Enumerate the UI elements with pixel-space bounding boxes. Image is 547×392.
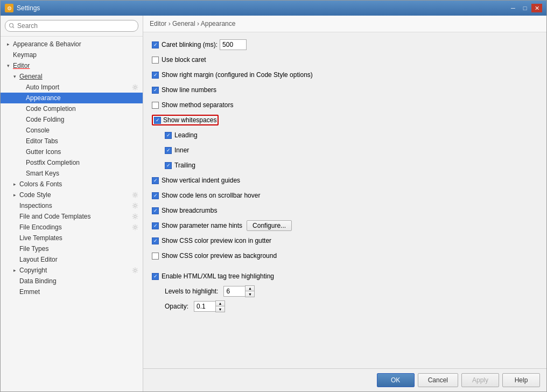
sidebar-item-general[interactable]: General — [1, 71, 143, 82]
sidebar-item-file-code-templates[interactable]: File and Code Templates — [1, 211, 143, 222]
svg-point-4 — [134, 226, 136, 228]
sidebar-item-colors-fonts[interactable]: Colors & Fonts — [1, 179, 143, 190]
sidebar-item-code-style[interactable]: Code Style — [1, 190, 143, 200]
spacer — [152, 265, 538, 270]
search-box — [1, 16, 143, 37]
show-line-numbers-checkbox[interactable] — [152, 87, 159, 94]
gear-icon — [132, 213, 138, 220]
show-line-numbers-label[interactable]: Show line numbers — [152, 86, 216, 94]
search-input[interactable] — [5, 20, 138, 32]
caret-blinking-checkbox[interactable] — [152, 41, 159, 48]
settings-icon: ⚙ — [5, 4, 13, 12]
sidebar-item-copyright[interactable]: Copyright — [1, 265, 143, 276]
enable-html-xml-row: Enable HTML/XML tag tree highlighting — [152, 270, 538, 282]
trailing-label[interactable]: Trailing — [165, 162, 195, 169]
show-css-background-text: Show CSS color preview as background — [162, 252, 277, 260]
enable-html-xml-checkbox[interactable] — [152, 273, 159, 280]
show-css-background-checkbox[interactable] — [152, 253, 159, 260]
use-block-caret-label[interactable]: Use block caret — [152, 56, 206, 64]
inner-checkbox[interactable] — [165, 147, 172, 154]
expander-icon — [11, 267, 18, 274]
sidebar-item-appearance[interactable]: Appearance — [1, 93, 143, 103]
cancel-button[interactable]: Cancel — [418, 373, 458, 387]
sidebar-item-appearance-behavior[interactable]: Appearance & Behavior — [1, 39, 143, 50]
show-line-numbers-row: Show line numbers — [152, 84, 538, 96]
sidebar-item-file-types[interactable]: File Types — [1, 243, 143, 254]
levels-row: Levels to highlight: ▲ ▼ — [152, 285, 538, 297]
help-button[interactable]: Help — [502, 373, 540, 387]
show-parameter-hints-label[interactable]: Show parameter name hints — [152, 222, 242, 229]
breadcrumb: Editor › General › Appearance — [143, 16, 546, 32]
show-code-lens-label[interactable]: Show code lens on scrollbar hover — [152, 192, 260, 199]
leading-checkbox[interactable] — [165, 132, 172, 139]
caret-blinking-label[interactable]: Caret blinking (ms): — [152, 41, 218, 48]
gear-icon — [132, 267, 138, 274]
levels-decrement-button[interactable]: ▼ — [246, 291, 254, 297]
gear-icon — [132, 202, 138, 209]
minimize-button[interactable]: ─ — [508, 4, 518, 12]
show-vertical-indent-label[interactable]: Show vertical indent guides — [152, 177, 240, 184]
sidebar-item-postfix-completion[interactable]: Postfix Completion — [1, 157, 143, 168]
apply-button[interactable]: Apply — [461, 373, 499, 387]
sidebar-item-auto-import[interactable]: Auto Import — [1, 82, 143, 93]
show-method-separators-row: Show method separators — [152, 99, 538, 111]
sidebar-item-emmet[interactable]: Emmet — [1, 286, 143, 297]
show-parameter-hints-checkbox[interactable] — [152, 222, 159, 229]
sidebar-label: Auto Import — [26, 83, 132, 91]
show-css-preview-label[interactable]: Show CSS color preview icon in gutter — [152, 237, 271, 244]
sidebar-label: Emmet — [19, 288, 138, 296]
sidebar-item-live-templates[interactable]: Live Templates — [1, 233, 143, 243]
configure-button[interactable]: Configure... — [247, 220, 292, 231]
ok-button[interactable]: OK — [377, 373, 415, 387]
show-breadcrumbs-label[interactable]: Show breadcrumbs — [152, 207, 217, 214]
inner-label[interactable]: Inner — [165, 146, 189, 154]
sidebar-item-gutter-icons[interactable]: Gutter Icons — [1, 146, 143, 157]
sidebar-label: Code Style — [19, 191, 132, 199]
show-breadcrumbs-checkbox[interactable] — [152, 207, 159, 214]
inner-row: Inner — [152, 144, 538, 156]
show-right-margin-checkbox[interactable] — [152, 72, 159, 79]
caret-blinking-input[interactable] — [220, 39, 247, 50]
sidebar-item-data-binding[interactable]: Data Binding — [1, 276, 143, 286]
show-code-lens-checkbox[interactable] — [152, 192, 159, 199]
sidebar-item-inspections[interactable]: Inspections — [1, 200, 143, 211]
show-css-background-label[interactable]: Show CSS color preview as background — [152, 252, 277, 260]
show-css-preview-checkbox[interactable] — [152, 237, 159, 244]
sidebar-item-editor-tabs[interactable]: Editor Tabs — [1, 136, 143, 146]
show-method-separators-label[interactable]: Show method separators — [152, 101, 233, 109]
maximize-button[interactable]: □ — [520, 4, 530, 12]
show-whitespaces-text: Show whitespaces — [163, 116, 216, 124]
sidebar-item-console[interactable]: Console — [1, 125, 143, 136]
show-whitespaces-checkbox[interactable] — [154, 117, 161, 124]
sidebar-label: File Types — [19, 245, 138, 253]
levels-increment-button[interactable]: ▲ — [246, 286, 254, 291]
sidebar-item-code-completion[interactable]: Code Completion — [1, 103, 143, 114]
gear-icon — [132, 192, 138, 198]
sidebar-item-code-folding[interactable]: Code Folding — [1, 114, 143, 125]
show-right-margin-label[interactable]: Show right margin (configured in Code St… — [152, 71, 313, 79]
trailing-checkbox[interactable] — [165, 162, 172, 169]
show-vertical-indent-text: Show vertical indent guides — [162, 177, 240, 184]
leading-label[interactable]: Leading — [165, 131, 198, 139]
sidebar-item-file-encodings[interactable]: File Encodings — [1, 222, 143, 233]
leading-text: Leading — [174, 131, 198, 139]
close-button[interactable]: ✕ — [531, 4, 542, 12]
enable-html-xml-label[interactable]: Enable HTML/XML tag tree highlighting — [152, 272, 274, 280]
show-method-separators-text: Show method separators — [162, 101, 233, 109]
opacity-input[interactable] — [194, 301, 215, 312]
settings-area: Caret blinking (ms): Use block caret Sh — [143, 32, 546, 368]
sidebar-item-smart-keys[interactable]: Smart Keys — [1, 168, 143, 179]
opacity-spinner-btns: ▲ ▼ — [215, 300, 225, 312]
expander-icon — [11, 73, 18, 80]
sidebar-item-keymap[interactable]: Keymap — [1, 50, 143, 60]
use-block-caret-checkbox[interactable] — [152, 57, 159, 64]
levels-input[interactable] — [223, 286, 245, 297]
show-method-separators-checkbox[interactable] — [152, 102, 159, 109]
show-css-background-row: Show CSS color preview as background — [152, 250, 538, 262]
opacity-increment-button[interactable]: ▲ — [216, 301, 225, 306]
sidebar-item-layout-editor[interactable]: Layout Editor — [1, 254, 143, 265]
show-vertical-indent-checkbox[interactable] — [152, 177, 159, 184]
show-whitespaces-label[interactable]: Show whitespaces — [152, 115, 219, 125]
sidebar-item-editor[interactable]: Editor — [1, 60, 143, 71]
opacity-decrement-button[interactable]: ▼ — [216, 306, 225, 312]
